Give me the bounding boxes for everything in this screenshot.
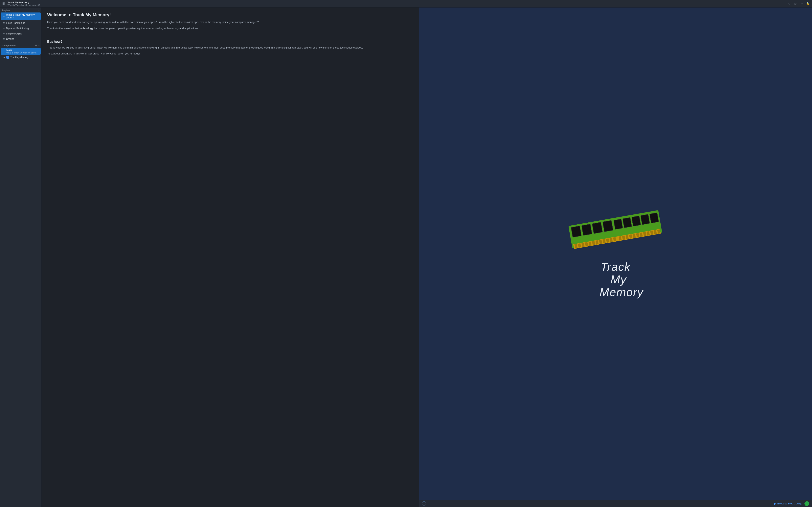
doc-para2-prefix: Thanks to the evolution that <box>47 27 80 30</box>
doc-subtitle: But how? <box>47 40 413 44</box>
window-title: Track My Memory <box>7 1 787 4</box>
doc-para3: That is what we will see in this Playgro… <box>47 46 413 50</box>
check-icon: ✓ <box>806 502 808 505</box>
svg-rect-0 <box>3 2 4 5</box>
doc-para4: To start our adventure in this world, ju… <box>47 52 413 56</box>
svg-rect-33 <box>614 219 623 230</box>
doc-para1: Have you ever wondered how does your ope… <box>47 20 413 24</box>
page-icon-simple-paging: ≡ <box>3 32 5 35</box>
forward-icon: ▷ <box>795 2 797 6</box>
main-layout: Páginas ▾ ≡ What is Track My Memory abou… <box>0 7 812 507</box>
pages-chevron-icon: ▾ <box>39 9 40 11</box>
sidebar-item-label-simple-paging: Simple Paging <box>6 32 39 35</box>
back-icon: ◁ <box>788 2 790 6</box>
svg-rect-1 <box>4 2 5 5</box>
svg-rect-36 <box>641 215 650 225</box>
doc-separator <box>47 36 413 36</box>
editor-pane: Welcome to Track My Memory! Have you eve… <box>42 7 419 507</box>
run-icon: ▶ <box>774 502 776 505</box>
sidebar-item-label-credits: Credits <box>6 38 39 40</box>
sidebar-tree-trackmymemory[interactable]: ▶ TrackMyMemory <box>1 55 41 59</box>
page-icon-fixed: ≡ <box>3 21 5 24</box>
sidebar-toggle-button[interactable] <box>2 2 6 5</box>
code-section-title: Código-fonte <box>2 44 15 47</box>
sidebar-item-what-is[interactable]: ≡ What is Track My Memory about? <box>1 12 41 20</box>
app-title-track: Track <box>588 261 643 273</box>
window-subtitle: What is Track My Memory about? <box>7 4 787 6</box>
page-icon-what-is: ≡ <box>3 15 5 18</box>
page-icon-credits: ≡ <box>3 38 5 40</box>
code-section-header: Código-fonte ⊕ ▾ <box>0 42 41 48</box>
app-title-memory: Memory <box>600 286 643 298</box>
svg-rect-37 <box>650 213 659 223</box>
sidebar: Páginas ▾ ≡ What is Track My Memory abou… <box>0 7 42 507</box>
sidebar-item-fixed[interactable]: ≡ Fixed Partitioning <box>1 20 41 25</box>
code-item-sub-label: What is Track My Memory about? <box>6 52 39 54</box>
code-item-main-label: Main <box>6 49 39 52</box>
loading-indicator <box>422 501 426 506</box>
top-bar-title-section: Track My Memory What is Track My Memory … <box>7 1 787 6</box>
sidebar-item-dynamic[interactable]: ≡ Dynamic Partitioning <box>1 26 41 31</box>
content-area: Welcome to Track My Memory! Have you eve… <box>42 7 812 507</box>
sidebar-item-label-what-is: What is Track My Memory about? <box>6 13 39 19</box>
tree-item-label: TrackMyMemory <box>10 56 29 59</box>
app-title-container: Track My Memory <box>588 261 643 298</box>
app-title-my: My <box>594 273 643 286</box>
add-button[interactable]: + <box>801 2 804 6</box>
svg-rect-29 <box>571 226 581 237</box>
lock-icon: 🔒 <box>806 2 810 5</box>
preview-content: Track My Memory <box>419 7 812 500</box>
run-code-button[interactable]: ▶ Executar Meu Código <box>774 502 802 505</box>
add-icon: + <box>801 2 803 6</box>
sidebar-code-main-item[interactable]: Main What is Track My Memory about? <box>1 48 41 55</box>
back-button[interactable]: ◁ <box>787 1 791 6</box>
forward-button[interactable]: ▷ <box>794 1 798 6</box>
svg-rect-31 <box>592 222 603 234</box>
tree-arrow-icon: ▶ <box>4 56 5 58</box>
sidebar-item-label-dynamic: Dynamic Partitioning <box>6 27 39 30</box>
svg-rect-35 <box>631 216 641 226</box>
svg-rect-34 <box>623 218 631 228</box>
svg-rect-32 <box>603 220 613 232</box>
page-icon-dynamic: ≡ <box>3 27 5 30</box>
doc-para2: Thanks to the evolution that technology … <box>47 26 413 31</box>
lock-button[interactable]: 🔒 <box>806 2 810 6</box>
sidebar-item-simple-paging[interactable]: ≡ Simple Paging <box>1 31 41 36</box>
sidebar-item-label-fixed: Fixed Partitioning <box>6 21 39 24</box>
sidebar-item-credits[interactable]: ≡ Credits <box>1 37 41 41</box>
preview-pane: Track My Memory ▶ Executar Meu Código ✓ <box>419 7 812 507</box>
svg-point-2 <box>7 56 8 58</box>
code-actions: ⊕ ▾ <box>35 44 40 47</box>
doc-title: Welcome to Track My Memory! <box>47 12 413 17</box>
code-chevron-icon: ▾ <box>39 44 40 47</box>
doc-para2-bold: technology <box>80 27 93 30</box>
doc-para2-suffix: had over the years, operating systems go… <box>93 27 199 30</box>
pages-section-header: Páginas ▾ <box>0 7 41 12</box>
tree-folder-icon <box>6 56 9 59</box>
run-label: Executar Meu Código <box>777 502 802 505</box>
ram-illustration <box>564 209 667 252</box>
bottom-bar: ▶ Executar Meu Código ✓ <box>419 500 812 507</box>
svg-rect-30 <box>581 224 592 235</box>
top-bar-controls: ◁ ▷ + <box>787 1 804 6</box>
top-bar: Track My Memory What is Track My Memory … <box>0 0 812 7</box>
pages-section-title: Páginas <box>2 9 10 11</box>
success-check-badge: ✓ <box>805 501 809 506</box>
code-add-button[interactable]: ⊕ <box>35 44 37 47</box>
